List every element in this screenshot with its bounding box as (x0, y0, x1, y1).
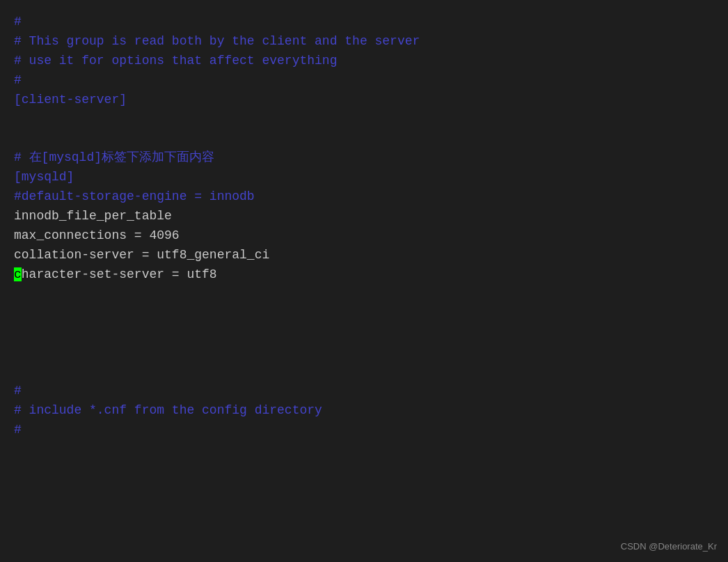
code-line (14, 129, 714, 148)
highlighted-char: c (14, 267, 22, 281)
code-line: innodb_file_per_table (14, 207, 714, 226)
code-line (14, 284, 714, 304)
code-line (14, 362, 714, 382)
code-line: # 在[mysqld]标签下添加下面内容 (14, 148, 714, 168)
code-line: # (14, 382, 714, 401)
watermark: CSDN @Deteriorate_Kr (621, 540, 717, 554)
code-line: # (14, 13, 714, 32)
code-line: # use it for options that affect everyth… (14, 52, 714, 71)
code-line (14, 343, 714, 362)
code-line: collation-server = utf8_general_ci (14, 246, 714, 265)
code-line (14, 323, 714, 343)
code-line: character-set-server = utf8 (14, 265, 714, 285)
code-line (14, 109, 714, 129)
code-line (14, 304, 714, 323)
code-line: [client-server] (14, 91, 714, 110)
code-line: # This group is read both by the client … (14, 32, 714, 52)
code-editor: ## This group is read both by the client… (14, 13, 714, 440)
code-line: max_connections = 4096 (14, 226, 714, 246)
code-text: haracter-set-server = utf8 (22, 267, 217, 281)
code-line: [mysqld] (14, 168, 714, 187)
code-line: # include *.cnf from the config director… (14, 401, 714, 421)
code-line: #default-storage-engine = innodb (14, 187, 714, 207)
code-line: # (14, 421, 714, 440)
code-line: # (14, 71, 714, 91)
